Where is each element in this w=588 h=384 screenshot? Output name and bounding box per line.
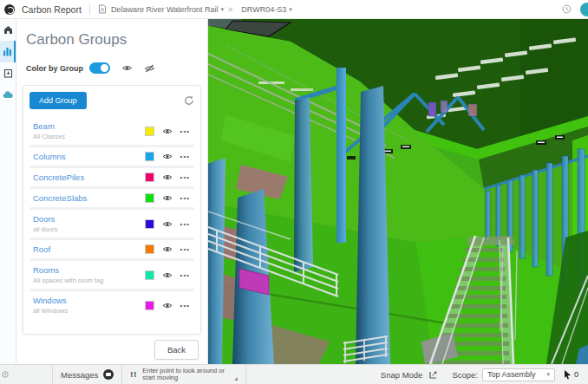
rail-item-carbon-groups[interactable]	[0, 41, 16, 62]
color-by-group-row: Color by Group	[26, 62, 207, 74]
project-doc-icon	[98, 4, 107, 14]
prompt-resize-handle[interactable]	[234, 377, 238, 381]
prompt-cell: !! Enter point to look around or start m…	[121, 365, 245, 384]
group-text: Roof	[33, 244, 145, 254]
app-title: Carbon Report	[22, 4, 82, 15]
back-button[interactable]: Back	[154, 340, 199, 360]
cursor-count: 0	[574, 370, 578, 379]
eye-icon[interactable]	[162, 153, 173, 160]
color-by-group-toggle[interactable]	[89, 62, 110, 74]
more-options-icon[interactable]: •••	[180, 245, 190, 253]
carbon-groups-panel: Carbon Groups Color by Group Add Group	[16, 19, 208, 364]
panel-title: Carbon Groups	[26, 31, 207, 49]
more-options-icon[interactable]: •••	[180, 173, 190, 181]
group-text: Doors all doors	[33, 214, 145, 233]
breadcrumb-separator: >	[228, 5, 232, 14]
scope-dropdown[interactable]: Top Assembly ▾	[482, 368, 555, 381]
group-color-swatch[interactable]	[145, 172, 154, 182]
left-tool-rail	[0, 19, 16, 364]
group-color-swatch[interactable]	[145, 127, 154, 136]
status-bar: Messages !! Enter point to look around o…	[0, 364, 588, 384]
viewport-3d[interactable]	[208, 19, 588, 364]
group-subtitle: All spaces with room tag	[33, 277, 145, 284]
eye-icon[interactable]	[162, 302, 173, 309]
group-color-swatch[interactable]	[145, 193, 154, 203]
group-color-swatch[interactable]	[145, 152, 154, 161]
viewport-scene	[208, 19, 588, 364]
application-window: Carbon Report Delaware River Waterfront …	[0, 0, 588, 384]
home-icon	[3, 25, 13, 35]
group-row[interactable]: ConcretePiles •••	[29, 168, 194, 186]
group-color-swatch[interactable]	[145, 301, 154, 310]
collapse-icon[interactable]	[2, 371, 9, 378]
group-name[interactable]: Columns	[33, 152, 145, 161]
clipboard-icon	[3, 68, 13, 78]
card-toolbar: Add Group	[29, 92, 194, 109]
group-row[interactable]: Doors all doors •••	[29, 210, 194, 238]
hide-all-eye-off-icon[interactable]	[144, 64, 155, 73]
statusbar-spacer	[245, 365, 381, 384]
cursor-icon	[564, 370, 572, 380]
snap-mode-label[interactable]: Snap Mode	[381, 370, 423, 380]
messages-badge-icon[interactable]	[103, 369, 114, 380]
groups-card: Add Group Beam All Classes •••	[23, 85, 201, 335]
refresh-icon[interactable]	[184, 95, 194, 106]
group-row[interactable]: Beam All Classes •••	[29, 117, 194, 145]
show-all-eye-icon[interactable]	[121, 64, 133, 72]
group-row[interactable]: Windows all Windows •••	[29, 291, 194, 319]
messages-label[interactable]: Messages	[61, 370, 98, 380]
rail-item-cloud[interactable]	[0, 84, 16, 106]
scope-value: Top Assembly	[487, 370, 536, 379]
carbon-groups-icon	[3, 47, 12, 56]
group-color-swatch[interactable]	[145, 270, 154, 280]
add-group-button[interactable]: Add Group	[29, 92, 87, 109]
prompt-text: Enter point to look around or start movi…	[142, 368, 232, 382]
group-text: Columns	[33, 152, 145, 161]
eye-icon[interactable]	[162, 194, 173, 202]
group-row[interactable]: Columns •••	[29, 147, 194, 166]
more-options-icon[interactable]: •••	[180, 302, 190, 309]
group-text: Rooms All spaces with room tag	[33, 265, 145, 284]
group-color-swatch[interactable]	[145, 219, 154, 229]
group-color-swatch[interactable]	[145, 244, 154, 254]
topbar-divider	[89, 4, 90, 15]
rail-item-packages[interactable]	[0, 62, 16, 84]
clock-icon[interactable]	[562, 4, 572, 14]
more-options-icon[interactable]: •••	[180, 220, 190, 228]
eye-icon[interactable]	[162, 271, 173, 279]
app-logo-icon[interactable]	[4, 4, 15, 15]
snap-mode-icon[interactable]	[428, 370, 438, 380]
more-options-icon[interactable]: •••	[180, 153, 190, 160]
group-text: ConcreteSlabs	[33, 193, 145, 203]
group-name[interactable]: ConcretePiles	[33, 172, 145, 182]
group-name[interactable]: Rooms	[33, 265, 145, 275]
more-options-icon[interactable]: •••	[180, 271, 190, 279]
group-list: Beam All Classes ••• Columns •••	[29, 117, 194, 319]
chevron-down-icon[interactable]: ▾	[221, 6, 225, 13]
group-row[interactable]: Rooms All spaces with room tag •••	[29, 261, 194, 289]
group-row[interactable]: ConcreteSlabs •••	[29, 189, 194, 207]
chevron-down-icon: ▾	[546, 371, 550, 378]
messages-cell[interactable]: Messages	[52, 365, 121, 384]
cloud-icon	[3, 91, 13, 99]
eye-icon[interactable]	[162, 245, 173, 253]
rail-item-home[interactable]	[0, 19, 16, 41]
breadcrumb-model[interactable]: DRWR04-S3	[241, 5, 286, 14]
group-row[interactable]: Roof •••	[29, 240, 194, 258]
eye-icon[interactable]	[162, 220, 173, 228]
eye-icon[interactable]	[162, 173, 173, 181]
eye-icon[interactable]	[162, 127, 173, 135]
avatar[interactable]	[580, 3, 588, 16]
chevron-down-icon[interactable]: ▾	[289, 6, 292, 13]
group-name[interactable]: Windows	[33, 296, 145, 305]
prompt-icon: !!	[130, 370, 137, 379]
group-name[interactable]: Beam	[33, 121, 145, 131]
group-name[interactable]: Doors	[33, 214, 145, 224]
statusbar-left-stub	[0, 365, 52, 384]
group-name[interactable]: ConcreteSlabs	[33, 193, 145, 203]
top-bar: Carbon Report Delaware River Waterfront …	[0, 0, 588, 19]
group-name[interactable]: Roof	[33, 244, 145, 254]
breadcrumb-project[interactable]: Delaware River Waterfront Rail	[111, 5, 219, 14]
more-options-icon[interactable]: •••	[180, 127, 190, 135]
more-options-icon[interactable]: •••	[180, 194, 190, 202]
